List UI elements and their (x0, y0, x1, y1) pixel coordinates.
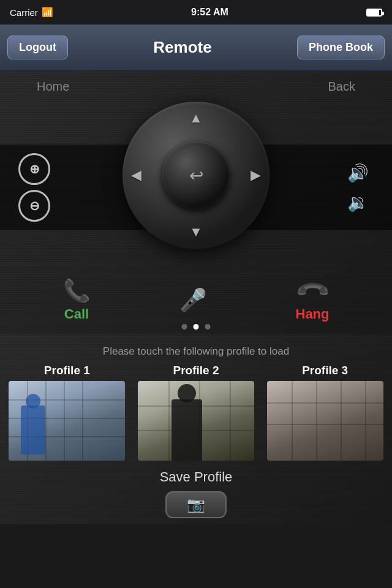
nav-bar: Logout Remote Phone Book (0, 24, 392, 71)
profile-2-label: Profile 2 (173, 364, 219, 377)
remote-area: Home Back ⊕ ⊖ 🔊 🔉 ▲ ◀ (0, 71, 392, 334)
hang-phone-icon: 📞 (293, 272, 331, 310)
dpad-left-button[interactable]: ◀ (131, 167, 141, 183)
volume-down-icon: 🔉 (347, 192, 369, 213)
profile-2-item[interactable]: Profile 2 (135, 364, 257, 461)
dpad-up-button[interactable]: ▲ (189, 110, 203, 126)
phone-book-button[interactable]: Phone Book (297, 36, 385, 59)
dpad-outer: ▲ ◀ ↩ ▶ ▼ (123, 102, 270, 249)
zoom-out-button[interactable]: ⊖ (18, 190, 50, 222)
mic-button[interactable]: 🎤 (179, 287, 207, 313)
volume-controls: 🔊 🔉 (342, 160, 374, 214)
action-row: 📞 Call 🎤 📞 Hang (0, 278, 392, 322)
dpad-enter-button[interactable]: ↩ (162, 141, 230, 209)
volume-down-button[interactable]: 🔉 (342, 190, 374, 214)
dpad-down-button[interactable]: ▼ (189, 224, 203, 240)
home-label[interactable]: Home (37, 80, 69, 94)
dot-3[interactable] (205, 324, 211, 330)
volume-up-icon: 🔊 (347, 163, 369, 183)
wifi-icon: 📶 (42, 7, 53, 18)
profile-hint: Please touch the following profile to lo… (0, 342, 392, 364)
zoom-controls: ⊕ ⊖ (18, 153, 50, 222)
call-phone-icon: 📞 (63, 278, 91, 304)
profile-section: Please touch the following profile to lo… (0, 334, 392, 524)
zoom-out-icon: ⊖ (29, 198, 40, 213)
status-bar: Carrier 📶 9:52 AM (0, 0, 392, 24)
page-dots (182, 324, 211, 330)
profile-2-thumb (138, 381, 254, 461)
carrier-label: Carrier (10, 7, 38, 18)
page-title: Remote (153, 38, 211, 57)
camera-icon: 📷 (187, 496, 205, 513)
mic-icon: 🎤 (179, 287, 207, 313)
profile-3-label: Profile 3 (302, 364, 348, 377)
top-labels: Home Back (0, 80, 392, 94)
dot-2[interactable] (194, 324, 199, 330)
profile-3-item[interactable]: Profile 3 (264, 364, 386, 461)
save-profile-label: Save Profile (160, 469, 233, 485)
logout-button[interactable]: Logout (7, 36, 68, 59)
back-label[interactable]: Back (328, 80, 355, 94)
profile-1-label: Profile 1 (44, 364, 90, 377)
zoom-in-button[interactable]: ⊕ (18, 153, 50, 185)
dot-1[interactable] (182, 324, 187, 330)
zoom-in-icon: ⊕ (29, 162, 40, 176)
dpad-container: ▲ ◀ ↩ ▶ ▼ (123, 102, 270, 249)
profile-1-thumb (9, 381, 125, 461)
profile-1-item[interactable]: Profile 1 (6, 364, 128, 461)
hang-button[interactable]: 📞 Hang (296, 278, 330, 322)
enter-icon: ↩ (189, 165, 203, 186)
save-profile-row: Save Profile 📷 (0, 461, 392, 524)
time-display: 9:52 AM (191, 7, 228, 17)
volume-up-button[interactable]: 🔊 (342, 160, 374, 185)
call-button[interactable]: 📞 Call (63, 278, 91, 322)
profile-grid: Profile 1 Profile 2 (0, 364, 392, 461)
save-camera-button[interactable]: 📷 (165, 491, 227, 518)
dpad-right-button[interactable]: ▶ (251, 167, 261, 183)
battery-icon (366, 9, 382, 17)
profile-3-thumb (267, 381, 383, 461)
call-label: Call (64, 306, 89, 322)
